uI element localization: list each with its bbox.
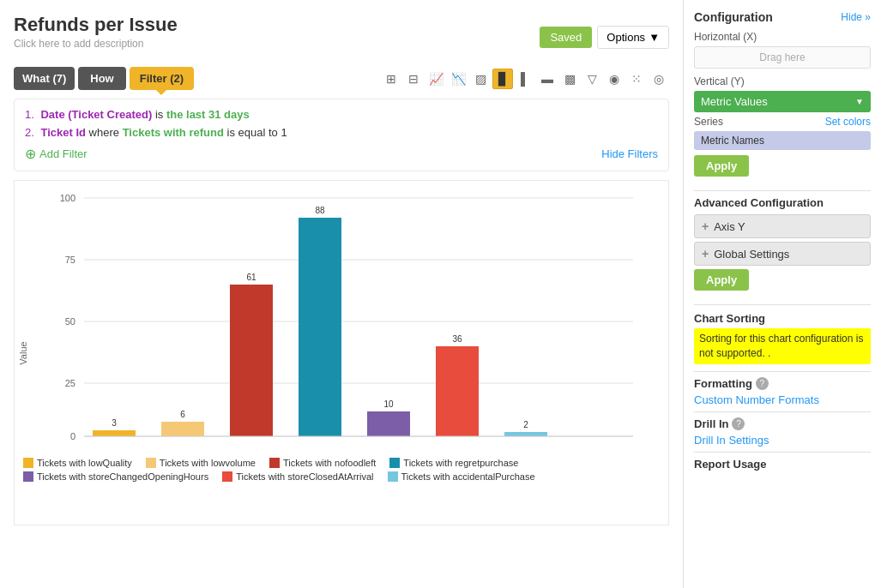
axis-y-label: Axis Y	[714, 220, 745, 233]
metric-names-tag: Metric Names	[694, 131, 871, 150]
filter-actions: ⊕ Add Filter Hide Filters	[25, 146, 658, 162]
stacked-area-icon[interactable]: ▨	[470, 69, 491, 89]
filter1-value: the last 31 days	[166, 108, 250, 121]
filter1-number: 1.	[25, 108, 34, 121]
svg-rect-22	[504, 432, 547, 436]
series-label: Series	[694, 116, 723, 128]
gauge-icon[interactable]: ◎	[649, 69, 669, 89]
options-button[interactable]: Options ▼	[597, 26, 669, 49]
filter-button[interactable]: Filter (2)	[130, 67, 194, 90]
filter-item-2: 2. Ticket Id where Tickets with refund i…	[25, 126, 658, 139]
filter2-value: 1	[281, 126, 287, 139]
filter2-field2: Tickets with refund	[123, 126, 224, 139]
legend-item-accidental: Tickets with accidentalPurchase	[388, 471, 535, 482]
svg-text:100: 100	[60, 193, 75, 203]
svg-text:88: 88	[315, 206, 325, 215]
svg-text:50: 50	[65, 316, 75, 327]
svg-text:6: 6	[180, 410, 185, 419]
filter2-op: where	[89, 126, 123, 139]
saved-button[interactable]: Saved	[540, 27, 592, 48]
scatter-icon[interactable]: ⁙	[626, 69, 647, 89]
stacked-bar-icon[interactable]: ▩	[559, 69, 580, 89]
plus-icon-global: +	[702, 247, 709, 261]
area-chart-icon[interactable]: 📉	[448, 69, 468, 89]
legend-color-nofoodleft	[269, 458, 280, 468]
svg-rect-12	[161, 422, 204, 436]
svg-text:0: 0	[70, 431, 75, 441]
svg-rect-14	[230, 285, 273, 436]
plus-icon-axis: +	[702, 219, 709, 233]
config-title: Configuration	[694, 10, 773, 24]
hide-config-button[interactable]: Hide »	[841, 11, 871, 23]
filters-section: 1. Date (Ticket Created) is the last 31 …	[14, 99, 669, 171]
filter1-op: is	[155, 108, 166, 121]
filter1-field[interactable]: Date (Ticket Created)	[40, 108, 152, 121]
pie-icon[interactable]: ◉	[604, 69, 625, 89]
drill-in-row: Drill In ?	[694, 417, 871, 430]
legend-item-lowvolume: Tickets with lowvolume	[146, 458, 256, 468]
options-label: Options	[606, 31, 645, 44]
horizontal-drop-zone[interactable]: Drag here	[694, 46, 871, 69]
drill-in-help-icon[interactable]: ?	[732, 417, 745, 430]
apply-button-2[interactable]: Apply	[694, 269, 749, 291]
filter-item-1: 1. Date (Ticket Created) is the last 31 …	[25, 108, 658, 121]
report-description[interactable]: Click here to add description	[14, 38, 178, 50]
pivot-icon[interactable]: ⊟	[403, 69, 424, 89]
toolbar: What (7) How Filter (2) ⊞ ⊟ 📈 📉 ▨ ▊ ▌ ▬ …	[14, 67, 669, 90]
formatting-help-icon[interactable]: ?	[756, 377, 769, 390]
table-icon[interactable]: ⊞	[381, 69, 401, 89]
legend-item-lowquality: Tickets with lowQuality	[23, 458, 132, 468]
options-arrow-icon: ▼	[649, 31, 660, 44]
global-settings-row[interactable]: + Global Settings	[694, 242, 871, 266]
legend-label-storeopening: Tickets with storeChangedOpeningHours	[37, 471, 208, 482]
sorting-message: Sorting for this chart configuration is …	[694, 328, 871, 364]
vertical-dropdown[interactable]: Metric Values ▼	[694, 91, 871, 112]
y-axis-label: Value	[18, 341, 28, 364]
apply-button-1[interactable]: Apply	[694, 155, 749, 177]
horizontal-bar-icon[interactable]: ▬	[537, 69, 558, 89]
drill-in-title: Drill In	[694, 417, 728, 430]
line-chart-icon[interactable]: 📈	[425, 69, 446, 89]
chart-sorting-title: Chart Sorting	[694, 312, 871, 325]
report-usage-title: Report Usage	[694, 458, 871, 471]
legend-color-storeclosed	[222, 471, 232, 482]
svg-text:3: 3	[112, 418, 117, 428]
svg-rect-10	[93, 430, 136, 436]
legend-label-storeclosed: Tickets with storeClosedAtArrival	[236, 471, 373, 482]
chart-legend: Tickets with lowQuality Tickets with low…	[23, 458, 660, 482]
chart-container: Value 100 75 50 25 0 3 6	[14, 180, 669, 525]
add-filter-label: Add Filter	[39, 147, 87, 160]
filter2-field[interactable]: Ticket Id	[40, 126, 86, 139]
svg-text:75: 75	[65, 255, 75, 265]
filter2-op2: is equal to	[227, 126, 281, 139]
chart-type-icons: ⊞ ⊟ 📈 📉 ▨ ▊ ▌ ▬ ▩ ▽ ◉ ⁙ ◎	[381, 69, 669, 89]
legend-color-lowquality	[23, 458, 33, 468]
bar-chart: 100 75 50 25 0 3 6 61 88 10	[23, 189, 660, 447]
svg-text:10: 10	[383, 399, 394, 409]
legend-label-accidental: Tickets with accidentalPurchase	[401, 471, 535, 482]
legend-item-nofoodleft: Tickets with nofoodleft	[269, 458, 376, 468]
add-filter-icon: ⊕	[25, 146, 36, 162]
legend-color-storeopening	[23, 471, 33, 482]
bar-chart-icon[interactable]: ▊	[492, 69, 513, 89]
advanced-config-title: Advanced Configuration	[694, 196, 871, 209]
what-button[interactable]: What (7)	[14, 67, 75, 90]
custom-number-formats-link[interactable]: Custom Number Formats	[694, 393, 871, 406]
formatting-row: Formatting ?	[694, 377, 871, 390]
vertical-label: Vertical (Y)	[694, 75, 871, 87]
svg-text:61: 61	[246, 273, 256, 282]
svg-rect-18	[367, 411, 410, 436]
hide-filters-button[interactable]: Hide Filters	[601, 147, 658, 160]
drill-in-settings-link[interactable]: Drill In Settings	[694, 434, 871, 447]
how-button[interactable]: How	[78, 67, 125, 90]
right-panel: Configuration Hide » Horizontal (X) Drag…	[684, 0, 881, 588]
add-filter-button[interactable]: ⊕ Add Filter	[25, 146, 87, 162]
set-colors-button[interactable]: Set colors	[825, 116, 871, 128]
legend-item-storeclosed: Tickets with storeClosedAtArrival	[222, 471, 373, 482]
legend-label-regret: Tickets with regretpurchase	[403, 458, 518, 468]
funnel-icon[interactable]: ▽	[582, 69, 602, 89]
global-settings-label: Global Settings	[714, 248, 789, 261]
series-row: Series Set colors	[694, 116, 871, 128]
small-bar-icon[interactable]: ▌	[515, 69, 535, 89]
axis-y-row[interactable]: + Axis Y	[694, 214, 871, 238]
